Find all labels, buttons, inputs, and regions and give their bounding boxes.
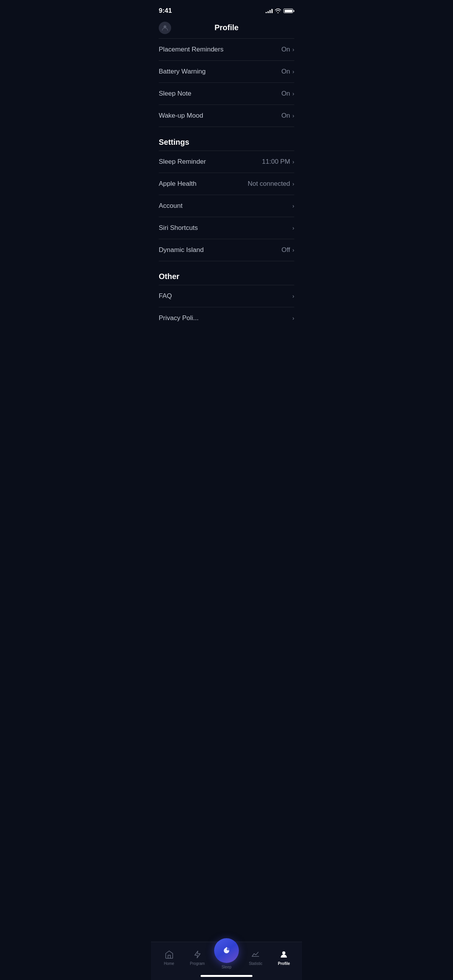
chevron-icon: › bbox=[292, 247, 294, 253]
sleep-reminder-label: Sleep Reminder bbox=[159, 158, 206, 166]
wifi-icon bbox=[275, 9, 281, 13]
sleep-note-label: Sleep Note bbox=[159, 90, 191, 98]
account-value: › bbox=[292, 203, 294, 209]
page-title: Profile bbox=[214, 23, 239, 32]
dynamic-island-item[interactable]: Dynamic Island Off › bbox=[151, 239, 302, 261]
battery-warning-label: Battery Warning bbox=[159, 68, 206, 75]
faq-item[interactable]: FAQ › bbox=[151, 285, 302, 307]
privacy-policy-item[interactable]: Privacy Poli... › bbox=[151, 307, 302, 329]
siri-shortcuts-value: › bbox=[292, 225, 294, 231]
avatar[interactable] bbox=[159, 22, 171, 34]
battery-warning-value: On › bbox=[281, 68, 294, 75]
dynamic-island-value: Off › bbox=[281, 246, 294, 254]
faq-label: FAQ bbox=[159, 292, 172, 300]
wake-up-mood-value: On › bbox=[281, 112, 294, 120]
account-item[interactable]: Account › bbox=[151, 195, 302, 217]
placement-reminders-value: On › bbox=[281, 46, 294, 53]
signal-icon bbox=[266, 9, 273, 13]
chevron-icon: › bbox=[292, 203, 294, 209]
status-icons bbox=[266, 9, 294, 13]
chevron-icon: › bbox=[292, 69, 294, 75]
chevron-icon: › bbox=[292, 91, 294, 97]
settings-section-header: Settings bbox=[151, 127, 302, 151]
nav-header: Profile bbox=[151, 19, 302, 38]
placement-reminders-item[interactable]: Placement Reminders On › bbox=[151, 39, 302, 60]
dynamic-island-label: Dynamic Island bbox=[159, 246, 204, 254]
status-time: 9:41 bbox=[159, 7, 172, 15]
chevron-icon: › bbox=[292, 293, 294, 299]
battery-warning-item[interactable]: Battery Warning On › bbox=[151, 61, 302, 82]
sleep-note-value: On › bbox=[281, 90, 294, 98]
chevron-icon: › bbox=[292, 159, 294, 165]
sleep-reminder-value: 11:00 PM › bbox=[262, 158, 294, 166]
wake-up-mood-item[interactable]: Wake-up Mood On › bbox=[151, 105, 302, 127]
apple-health-label: Apple Health bbox=[159, 180, 196, 188]
siri-shortcuts-label: Siri Shortcuts bbox=[159, 224, 198, 232]
chevron-icon: › bbox=[292, 181, 294, 187]
placement-reminders-label: Placement Reminders bbox=[159, 46, 223, 53]
chevron-icon: › bbox=[292, 225, 294, 231]
chevron-icon: › bbox=[292, 113, 294, 119]
other-section-header: Other bbox=[151, 261, 302, 285]
account-label: Account bbox=[159, 202, 182, 210]
status-bar: 9:41 bbox=[151, 0, 302, 19]
battery-icon bbox=[283, 9, 294, 13]
content-area: Placement Reminders On › Battery Warning… bbox=[151, 38, 302, 364]
settings-section-title: Settings bbox=[159, 138, 189, 146]
wake-up-mood-label: Wake-up Mood bbox=[159, 112, 203, 120]
sleep-note-item[interactable]: Sleep Note On › bbox=[151, 83, 302, 105]
chevron-icon: › bbox=[292, 46, 294, 53]
sleep-reminder-item[interactable]: Sleep Reminder 11:00 PM › bbox=[151, 151, 302, 173]
privacy-policy-label: Privacy Poli... bbox=[159, 314, 199, 322]
other-section-title: Other bbox=[159, 272, 179, 281]
apple-health-item[interactable]: Apple Health Not connected › bbox=[151, 173, 302, 195]
siri-shortcuts-item[interactable]: Siri Shortcuts › bbox=[151, 217, 302, 239]
apple-health-value: Not connected › bbox=[248, 180, 294, 188]
chevron-icon: › bbox=[292, 315, 294, 321]
faq-value: › bbox=[292, 293, 294, 299]
